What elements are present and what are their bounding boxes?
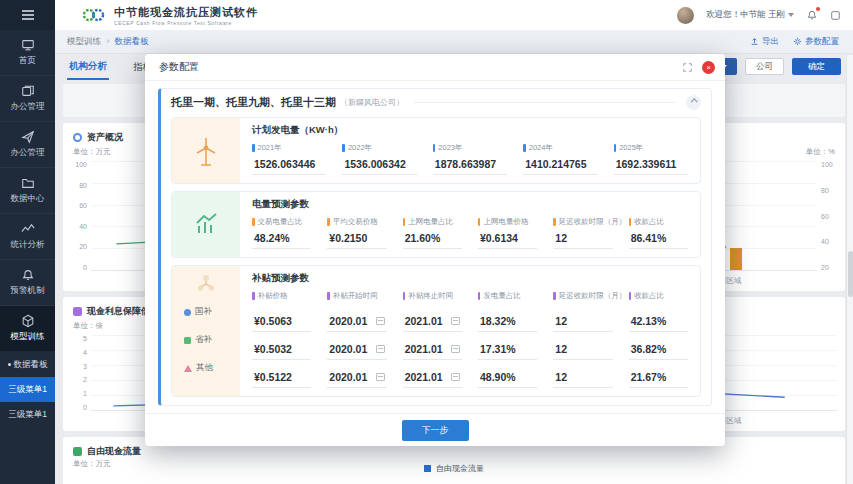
sidebar-item-home[interactable]: 首页 <box>0 30 55 76</box>
input-provincial-gen-ratio[interactable]: 17.31% <box>478 341 537 360</box>
sidebar-item-model-training[interactable]: 模型训练 <box>0 306 55 352</box>
calendar-icon <box>451 317 460 325</box>
hamburger-menu-icon[interactable] <box>0 0 55 30</box>
notification-bell-icon[interactable] <box>806 9 818 21</box>
chart-legend: 自由现金流量 <box>63 463 845 474</box>
param-config-modal: 参数配置 × 托里一期、托里九期、托里十三期 （新疆风电公司） <box>145 54 725 446</box>
monitor-icon <box>21 38 35 52</box>
legend-swatch <box>424 465 431 472</box>
send-icon <box>21 130 35 144</box>
chevron-down-icon <box>788 13 794 17</box>
sidebar-item-data-center[interactable]: 数据中心 <box>0 168 55 214</box>
row-label-other-subsidy: 其他 <box>172 354 240 382</box>
subsidy-row-other: ¥0.5122 2020.01 2021.01 48.90% 12 21.67% <box>252 369 688 388</box>
other-subsidy-icon <box>184 365 192 372</box>
input-national-collection[interactable]: 42.13% <box>629 313 688 332</box>
input-other-collection[interactable]: 21.67% <box>629 369 688 388</box>
section-power-forecast: 电量预测参数 交易电量占比48.24% 平均交易价格¥0.2150 上网电量占比… <box>171 191 701 258</box>
y-axis-left: 100806040200 <box>71 161 91 271</box>
chevron-up-icon <box>691 98 698 105</box>
modal-body: 托里一期、托里九期、托里十三期 （新疆风电公司） <box>145 81 725 413</box>
input-national-end-date[interactable]: 2021.01 <box>403 313 462 332</box>
param-config-button[interactable]: 参数配置 <box>793 36 839 48</box>
sidebar-subitem-data-dashboard[interactable]: 数据看板 <box>0 352 55 377</box>
growth-chart-icon <box>192 211 220 239</box>
subsidy-tree-icon <box>194 272 218 296</box>
modal-title: 参数配置 <box>159 60 199 74</box>
calendar-icon <box>376 317 385 325</box>
input-provincial-collection[interactable]: 36.82% <box>629 341 688 360</box>
scrollbar-thumb[interactable] <box>848 251 853 297</box>
input-provincial-price[interactable]: ¥0.5032 <box>252 341 311 360</box>
sidebar-item-warning[interactable]: 预警机制 <box>0 260 55 306</box>
message-square-icon[interactable] <box>830 10 841 21</box>
fullscreen-icon[interactable] <box>682 62 693 73</box>
scrollbar[interactable] <box>846 55 853 484</box>
calendar-icon <box>451 345 460 353</box>
row-label-provincial-subsidy: 省补 <box>172 326 240 354</box>
export-icon <box>750 37 759 46</box>
sidebar-subitem-level3-menu-1[interactable]: 三级菜单1 <box>0 377 55 402</box>
panel-title: 托里一期、托里九期、托里十三期 <box>171 95 336 110</box>
input-grid-power-ratio[interactable]: 上网电量占比21.60% <box>403 217 462 249</box>
input-delay-months[interactable]: 延迟收款时限（月）12 <box>553 217 612 249</box>
input-collection-ratio[interactable]: 收款占比86.41% <box>629 217 688 249</box>
app-title: 中节能现金流抗压测试软件 <box>114 5 258 20</box>
input-provincial-start-date[interactable]: 2020.01 <box>327 341 386 360</box>
input-provincial-end-date[interactable]: 2021.01 <box>403 341 462 360</box>
app-window: 首页 办公管理 办公管理 数据中心 统计分析 预警机制 模型训练 数据看板 <box>0 0 853 484</box>
input-other-start-date[interactable]: 2020.01 <box>327 369 386 388</box>
input-generation-2022[interactable]: 2022年1536.006342 <box>342 143 416 175</box>
close-icon[interactable]: × <box>702 61 715 74</box>
user-avatar[interactable] <box>677 7 694 24</box>
next-step-button[interactable]: 下一步 <box>402 420 469 441</box>
calendar-icon <box>376 345 385 353</box>
bullet-icon <box>8 363 11 366</box>
input-national-delay[interactable]: 12 <box>553 313 612 332</box>
input-trade-power-ratio[interactable]: 交易电量占比48.24% <box>252 217 311 249</box>
stats-wave-icon <box>21 222 35 236</box>
input-generation-2023[interactable]: 2023年1878.663987 <box>433 143 507 175</box>
confirm-button[interactable]: 确定 <box>792 58 841 75</box>
input-generation-2024[interactable]: 2024年1410.214765 <box>523 143 597 175</box>
tab-institution-analysis[interactable]: 机构分析 <box>67 54 109 80</box>
export-button[interactable]: 导出 <box>750 36 779 48</box>
free-cash-flow-icon <box>73 447 82 456</box>
sidebar-item-office-management-1[interactable]: 办公管理 <box>0 76 55 122</box>
collapse-button[interactable] <box>686 95 701 110</box>
app-subtitle: CECEP Cash Flow Pressure Test Software <box>114 20 258 26</box>
input-other-price[interactable]: ¥0.5122 <box>252 369 311 388</box>
input-generation-2021[interactable]: 2021年1526.063446 <box>252 143 326 175</box>
input-national-gen-ratio[interactable]: 18.32% <box>478 313 537 332</box>
section-subsidy-forecast: 国补 省补 其他 补贴预测参数 补贴价格 补贴开始时间 补贴终止时间 发电量占比… <box>171 265 701 397</box>
breadcrumb-parent[interactable]: 模型训练 <box>67 36 101 46</box>
input-provincial-delay[interactable]: 12 <box>553 341 612 360</box>
input-national-price[interactable]: ¥0.5063 <box>252 313 311 332</box>
section-planned-generation: 计划发电量（KW·h） 2021年1526.063446 2022年1536.0… <box>171 117 701 184</box>
topbar: 中节能现金流抗压测试软件 CECEP Cash Flow Pressure Te… <box>55 0 853 30</box>
company-button[interactable]: 公司 <box>745 58 784 75</box>
cash-interest-icon <box>73 307 82 316</box>
sidebar-item-office-management-2[interactable]: 办公管理 <box>0 122 55 168</box>
sidebar-subitem-level3-menu-2[interactable]: 三级菜单1 <box>0 402 55 427</box>
input-avg-trade-price[interactable]: 平均交易价格¥0.2150 <box>327 217 386 249</box>
y-axis-left: 543210 <box>71 335 91 411</box>
input-other-gen-ratio[interactable]: 48.90% <box>478 369 537 388</box>
input-generation-2025[interactable]: 2025年1692.339611 <box>614 143 688 175</box>
project-panel-1: 托里一期、托里九期、托里十三期 （新疆风电公司） <box>158 88 712 406</box>
input-national-start-date[interactable]: 2020.01 <box>327 313 386 332</box>
input-other-end-date[interactable]: 2021.01 <box>403 369 462 388</box>
calendar-icon <box>451 373 460 381</box>
sidebar-item-statistics[interactable]: 统计分析 <box>0 214 55 260</box>
input-grid-power-price[interactable]: 上网电量价格¥0.6134 <box>478 217 537 249</box>
subsidy-row-provincial: ¥0.5032 2020.01 2021.01 17.31% 12 36.82% <box>252 341 688 360</box>
breadcrumb: 模型训练 › 数据看板 <box>67 36 149 48</box>
provincial-subsidy-icon <box>184 337 191 344</box>
asset-overview-icon <box>73 133 82 142</box>
app-logo: 中节能现金流抗压测试软件 CECEP Cash Flow Pressure Te… <box>81 5 258 26</box>
user-menu[interactable]: 欢迎您！中节能 王刚 <box>706 9 794 21</box>
modal-header: 参数配置 × <box>145 54 725 81</box>
breadcrumb-bar: 模型训练 › 数据看板 导出 参数配置 <box>55 30 853 54</box>
input-other-delay[interactable]: 12 <box>553 369 612 388</box>
breadcrumb-current[interactable]: 数据看板 <box>115 36 149 46</box>
